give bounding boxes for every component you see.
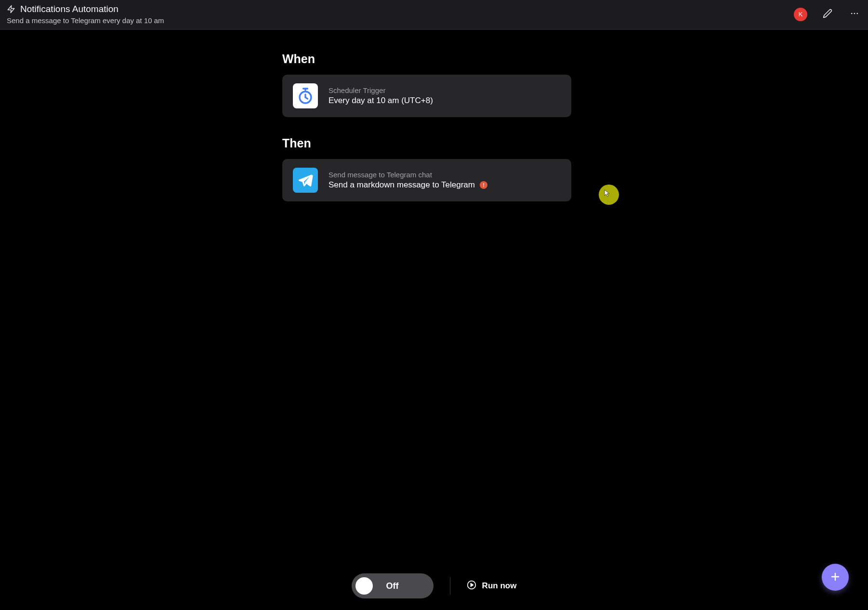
header-right: K [794, 4, 861, 22]
scheduler-icon [293, 83, 318, 108]
title-row: Notifications Automation [7, 4, 164, 14]
page-subtitle: Send a message to Telegram every day at … [7, 16, 164, 25]
avatar[interactable]: K [794, 8, 807, 21]
toggle-label: Off [386, 581, 399, 591]
action-card-body: Send message to Telegram chat Send a mar… [329, 171, 487, 190]
then-section: Then Send message to Telegram chat Send … [282, 136, 571, 201]
action-title-row: Send a markdown message to Telegram ! [329, 180, 487, 190]
bottom-bar: Off Run now [0, 573, 868, 598]
svg-line-6 [305, 97, 308, 99]
automation-toggle[interactable]: Off [352, 573, 434, 598]
edit-button[interactable] [821, 7, 834, 22]
run-now-button[interactable]: Run now [467, 580, 517, 592]
svg-marker-10 [471, 583, 473, 586]
more-horizontal-icon [850, 9, 859, 20]
cursor-highlight [599, 185, 619, 205]
content: When Scheduler Trigger Every day at 10 a… [282, 30, 571, 288]
play-circle-icon [467, 580, 476, 592]
then-heading: Then [282, 136, 571, 150]
trigger-title: Every day at 10 am (UTC+8) [329, 96, 433, 106]
divider [450, 577, 450, 595]
bolt-icon [7, 5, 15, 13]
header-left: Notifications Automation Send a message … [7, 4, 164, 25]
trigger-card-body: Scheduler Trigger Every day at 10 am (UT… [329, 86, 433, 106]
pencil-icon [823, 9, 832, 20]
more-button[interactable] [848, 7, 861, 22]
add-step-fab[interactable] [822, 564, 849, 591]
action-label: Send message to Telegram chat [329, 171, 487, 179]
svg-marker-0 [8, 6, 14, 13]
plus-icon [829, 571, 841, 584]
main-area: When Scheduler Trigger Every day at 10 a… [0, 30, 868, 610]
svg-point-2 [854, 13, 855, 14]
when-heading: When [282, 52, 571, 66]
action-title: Send a markdown message to Telegram [329, 180, 475, 190]
page-title: Notifications Automation [20, 4, 118, 14]
toggle-knob [355, 577, 373, 595]
header-bar: Notifications Automation Send a message … [0, 0, 868, 30]
svg-point-3 [857, 13, 858, 14]
run-now-label: Run now [482, 581, 517, 591]
trigger-card[interactable]: Scheduler Trigger Every day at 10 am (UT… [282, 75, 571, 117]
trigger-label: Scheduler Trigger [329, 86, 433, 94]
warning-badge-icon: ! [480, 181, 487, 189]
telegram-icon [293, 168, 318, 193]
svg-point-1 [851, 13, 853, 14]
when-section: When Scheduler Trigger Every day at 10 a… [282, 52, 571, 117]
action-card[interactable]: Send message to Telegram chat Send a mar… [282, 159, 571, 201]
